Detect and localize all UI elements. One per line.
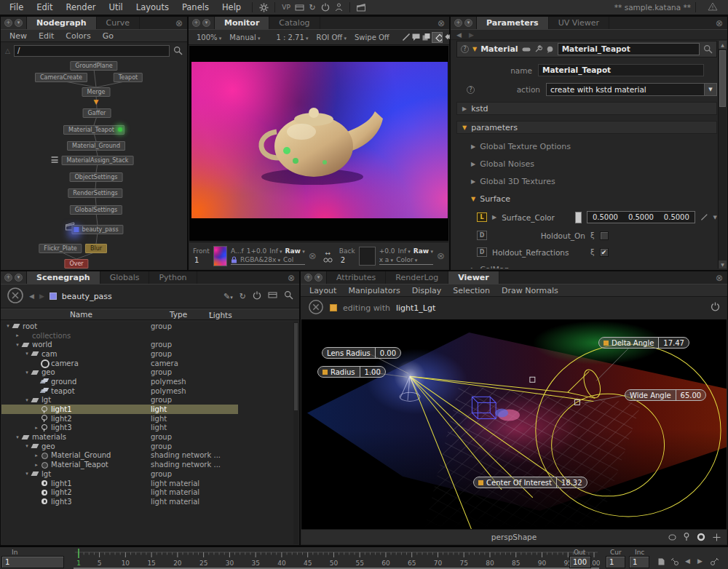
nodegraph-canvas[interactable]: ▼ GroundPlaneCameraCreateTeapotMergeGaff… bbox=[1, 59, 187, 268]
scenegraph-row[interactable]: Material_Ground shading network ... bbox=[1, 451, 293, 461]
view-select[interactable]: Raw bbox=[414, 247, 433, 255]
node[interactable]: GlobalSettings bbox=[70, 205, 122, 215]
tab[interactable]: UV Viewer bbox=[549, 17, 609, 29]
node[interactable]: GroundPlane bbox=[70, 61, 117, 71]
lock-icon[interactable] bbox=[231, 256, 237, 263]
pane-menu-icon[interactable]: ▾ bbox=[202, 19, 210, 27]
pen-icon[interactable]: ✎▾ bbox=[223, 292, 233, 301]
scenegraph-row[interactable]: light1 light material bbox=[1, 479, 293, 488]
pane-menu-icon[interactable]: ▾ bbox=[464, 19, 472, 27]
pane-add-icon[interactable]: + bbox=[4, 19, 12, 27]
menu-item[interactable]: Render bbox=[60, 2, 103, 12]
color-values[interactable]: 0.5000 0.5000 0.5000 bbox=[587, 211, 695, 223]
group-kstd[interactable]: ▶kstd bbox=[456, 102, 717, 115]
menu-item[interactable]: Manipulators bbox=[342, 286, 405, 295]
channels-select[interactable]: RGBA&28x bbox=[240, 256, 280, 263]
keyframe-icon[interactable]: ξ bbox=[590, 248, 595, 256]
light-pin-icon[interactable] bbox=[684, 533, 689, 541]
tab[interactable]: Monitor bbox=[215, 17, 269, 29]
help-icon[interactable]: ? bbox=[467, 86, 475, 94]
camera-name[interactable]: perspShape bbox=[491, 533, 537, 541]
in-frame-field[interactable]: 1 bbox=[1, 556, 64, 568]
default-badge[interactable]: D bbox=[477, 231, 487, 240]
vp-toggle[interactable]: VP bbox=[280, 1, 293, 13]
view-select[interactable]: Raw bbox=[285, 247, 305, 255]
scroll-thumb[interactable] bbox=[294, 323, 298, 410]
expand-arrow-icon[interactable] bbox=[14, 342, 21, 348]
update-mode-select[interactable]: Manual bbox=[226, 33, 264, 41]
eyedropper-icon[interactable] bbox=[700, 213, 708, 221]
menu-item[interactable]: Colors bbox=[60, 31, 96, 41]
dropdown-arrow-icon[interactable]: ▼ bbox=[704, 84, 716, 95]
group-global-3d-textures[interactable]: ▶Global 3D Textures bbox=[471, 177, 717, 186]
colorspace-select[interactable]: Color bbox=[396, 256, 417, 263]
node[interactable]: Flickr_Plate bbox=[39, 244, 82, 253]
node[interactable]: Material_Ground bbox=[67, 141, 125, 151]
history-forward-icon[interactable]: ▶ bbox=[39, 293, 44, 300]
expand-arrow-icon[interactable] bbox=[33, 453, 40, 458]
scenegraph-row[interactable]: teapot polymesh bbox=[1, 386, 293, 396]
scenegraph-row[interactable]: world group bbox=[1, 340, 293, 349]
node[interactable]: Merge bbox=[82, 87, 111, 97]
power-icon[interactable] bbox=[253, 291, 261, 302]
link-buffers-icon[interactable] bbox=[323, 258, 333, 263]
ratio-select[interactable]: 1 : 2.71 bbox=[272, 33, 312, 41]
tab[interactable]: Viewer bbox=[448, 271, 499, 284]
power-icon[interactable] bbox=[711, 302, 720, 314]
expand-arrow-icon[interactable] bbox=[23, 397, 31, 403]
menu-item[interactable]: Draw Normals bbox=[496, 286, 564, 295]
expand-arrow-icon[interactable] bbox=[23, 370, 31, 375]
node-path-input[interactable]: / bbox=[14, 45, 170, 57]
scrollbar[interactable] bbox=[293, 322, 298, 544]
expand-arrow-icon[interactable] bbox=[23, 351, 31, 357]
node[interactable]: Blur bbox=[85, 244, 107, 253]
holdout-on-checkbox[interactable] bbox=[600, 231, 609, 240]
zoom-select[interactable]: 100% bbox=[193, 33, 225, 41]
menu-item[interactable]: New bbox=[4, 31, 33, 41]
pane-add-icon[interactable]: + bbox=[304, 274, 312, 282]
expand-arrow-icon[interactable] bbox=[14, 434, 21, 440]
color-swatch[interactable] bbox=[575, 212, 582, 223]
swap-buffers-icon[interactable]: ↔ bbox=[325, 250, 331, 257]
pane-add-icon[interactable]: + bbox=[454, 19, 462, 27]
menu-item[interactable]: Edit bbox=[30, 2, 59, 12]
node[interactable]: Material_Teapot bbox=[63, 125, 124, 135]
close-icon[interactable]: ⊗ bbox=[171, 17, 187, 29]
edit-flag-icon[interactable] bbox=[522, 47, 531, 52]
node-name-input[interactable]: Material_Teapot bbox=[558, 43, 700, 55]
pane-menu-icon[interactable]: ▾ bbox=[15, 19, 23, 27]
ellipse-icon[interactable] bbox=[668, 534, 676, 541]
refresh-icon[interactable]: ↻ bbox=[306, 1, 319, 13]
tab[interactable]: Globals bbox=[100, 271, 150, 284]
front-thumbnail[interactable] bbox=[213, 246, 227, 266]
node[interactable]: Gaffer bbox=[83, 108, 111, 118]
pane-add-icon[interactable]: + bbox=[4, 274, 12, 282]
scenegraph-row[interactable]: collections bbox=[1, 331, 293, 341]
menu-item[interactable]: Selection bbox=[447, 286, 496, 295]
pane-menu-icon[interactable]: ▾ bbox=[314, 274, 323, 282]
pane-menu-icon[interactable]: ▾ bbox=[15, 274, 23, 282]
out-frame-field[interactable]: 100 bbox=[569, 556, 591, 568]
manipulator-value-label[interactable]: Lens Radius 0.00 bbox=[322, 347, 401, 359]
next-key-icon[interactable]: ▶ bbox=[697, 557, 703, 565]
expand-arrow-icon[interactable] bbox=[33, 462, 40, 468]
group-global-texture-options[interactable]: ▶Global Texture Options bbox=[471, 142, 717, 151]
search-icon[interactable] bbox=[173, 46, 183, 55]
node[interactable]: RenderSettings bbox=[68, 188, 122, 198]
history-back-icon[interactable]: ◀ bbox=[29, 293, 34, 300]
manipulator-value-label[interactable]: Radius 1.00 bbox=[317, 366, 386, 378]
annotate-pen-icon[interactable] bbox=[402, 32, 411, 43]
colorspace-select[interactable]: Col bbox=[283, 256, 293, 263]
close-icon[interactable]: ⊗ bbox=[433, 17, 449, 29]
action-select[interactable]: create with kstd material ▼ bbox=[546, 83, 717, 96]
tab[interactable]: Curve bbox=[97, 17, 140, 29]
scenegraph-row[interactable]: light1 light bbox=[1, 405, 238, 414]
forward-arrow-icon[interactable]: ▶ bbox=[469, 31, 474, 39]
tab[interactable]: Catalog bbox=[269, 17, 320, 29]
view-flag-icon[interactable]: ▼ bbox=[94, 99, 99, 105]
local-badge[interactable]: L bbox=[477, 212, 487, 222]
expand-down-icon[interactable]: ▼ bbox=[472, 46, 477, 52]
scroll-thumb[interactable] bbox=[719, 50, 726, 107]
scenegraph-row[interactable]: lgt group bbox=[1, 469, 293, 479]
menu-item[interactable]: File bbox=[3, 2, 30, 12]
